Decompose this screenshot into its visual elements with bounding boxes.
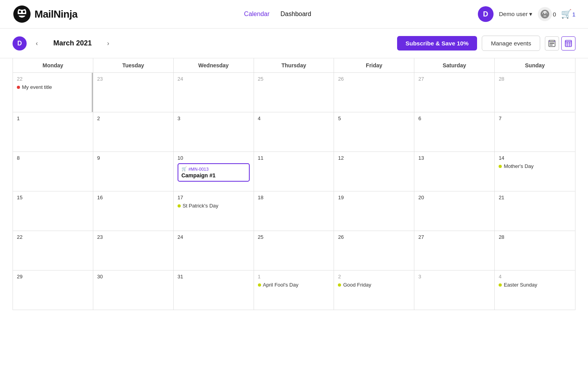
calendar-cell[interactable]: 26 [334, 73, 414, 112]
month-view-button[interactable] [561, 36, 575, 51]
calendar-cell[interactable]: 7 [495, 112, 575, 152]
event-dot [499, 283, 502, 287]
logo[interactable]: MailNinja [13, 5, 78, 23]
user-avatar[interactable]: D [478, 6, 494, 22]
subscribe-button[interactable]: Subscribe & Save 10% [397, 36, 477, 51]
event-item[interactable]: Good Friday [338, 282, 410, 288]
calendar-cell[interactable]: 6 [414, 112, 495, 152]
calendar-cell[interactable]: 22 [13, 231, 93, 270]
calendar-cell[interactable]: 4Easter Sunday [495, 271, 575, 310]
calendar-cell[interactable]: 25 [254, 73, 334, 112]
calendar-cell[interactable]: 24 [174, 73, 254, 112]
calendar-cell[interactable]: 21 [495, 191, 575, 231]
campaign-card[interactable]: 🛒 #MN-0013Campaign #1 [178, 163, 250, 182]
notification-icon-wrapper[interactable]: 0 [538, 7, 556, 21]
calendar-cell[interactable]: 27 [414, 231, 495, 270]
svg-point-2 [19, 11, 21, 13]
logo-text: MailNinja [34, 8, 78, 20]
calendar-grid: MondayTuesdayWednesdayThursdayFridaySatu… [13, 58, 575, 310]
calendar-cell[interactable]: 12 [334, 152, 414, 191]
cell-date: 16 [97, 195, 169, 200]
calendar-cell[interactable]: 19 [334, 191, 414, 231]
calendar-cell[interactable]: 8 [13, 152, 93, 191]
manage-events-button[interactable]: Manage events [482, 36, 540, 51]
calendar-cell[interactable]: 1 [13, 112, 93, 152]
calendar-cell[interactable]: 1April Fool's Day [254, 271, 334, 310]
calendar-cell[interactable]: 3 [174, 112, 254, 152]
calendar-cell[interactable]: 16 [93, 191, 174, 231]
header: MailNinja Calendar Dashboard D Demo user… [0, 0, 588, 29]
calendar-cell[interactable]: 2 [93, 112, 174, 152]
header-icons: 0 🛒 1 [538, 7, 575, 21]
cell-date: 2 [338, 274, 410, 280]
calendar-cell[interactable]: 25 [254, 231, 334, 270]
svg-rect-16 [554, 41, 555, 41]
event-label: St Patrick's Day [183, 203, 218, 209]
week-view-icon [548, 40, 555, 47]
cell-date: 27 [418, 76, 490, 82]
event-label: Easter Sunday [504, 282, 537, 288]
calendar-cell[interactable]: 3 [414, 271, 495, 310]
cell-date: 2 [97, 115, 169, 121]
month-view-icon [565, 40, 572, 47]
calendar-cell[interactable]: 17St Patrick's Day [174, 191, 254, 231]
day-header-friday: Friday [334, 58, 414, 72]
calendar-cell[interactable]: 11 [254, 152, 334, 191]
calendar-cell[interactable]: 2Good Friday [334, 271, 414, 310]
calendar-cell[interactable]: 23 [93, 231, 174, 270]
calendar-cell[interactable]: 18 [254, 191, 334, 231]
calendar-cell[interactable]: 28 [495, 73, 575, 112]
calendar-cell[interactable]: 14Mother's Day [495, 152, 575, 191]
cell-date: 28 [499, 76, 571, 82]
calendar-cell[interactable]: 5 [334, 112, 414, 152]
cell-date: 1 [258, 274, 330, 280]
calendar-cell[interactable]: 23 [93, 73, 174, 112]
nav-calendar[interactable]: Calendar [244, 11, 270, 18]
calendar-cell[interactable]: 10🛒 #MN-0013Campaign #1 [174, 152, 254, 191]
cell-date: 4 [258, 115, 330, 121]
calendar-row: 2930311April Fool's Day2Good Friday34Eas… [13, 271, 575, 310]
cell-date: 15 [17, 195, 89, 200]
calendar-cell[interactable]: 20 [414, 191, 495, 231]
calendar-cell[interactable]: 15 [13, 191, 93, 231]
svg-rect-15 [549, 41, 550, 41]
week-view-button[interactable] [545, 36, 559, 51]
calendar-cell[interactable]: 13 [414, 152, 495, 191]
calendar-cell[interactable]: 31 [174, 271, 254, 310]
calendar-rows: 22My event title23242526272812345678910🛒… [13, 73, 575, 310]
cart-icon-wrapper[interactable]: 🛒 1 [561, 9, 575, 19]
cell-date: 25 [258, 76, 330, 82]
cell-date: 25 [258, 234, 330, 240]
user-label[interactable]: Demo user ▾ [499, 11, 533, 18]
calendar-cell[interactable]: 28 [495, 231, 575, 270]
cell-date: 6 [418, 115, 490, 121]
event-item[interactable]: April Fool's Day [258, 282, 330, 288]
event-item[interactable]: Mother's Day [499, 163, 571, 169]
cart-icon-small: 🛒 [181, 166, 187, 171]
toolbar-left: D ‹ March 2021 › [13, 36, 391, 51]
cell-date: 13 [418, 155, 490, 161]
calendar-cell[interactable]: 26 [334, 231, 414, 270]
header-nav: Calendar Dashboard [244, 11, 311, 18]
toolbar-avatar[interactable]: D [13, 36, 27, 51]
event-item[interactable]: Easter Sunday [499, 282, 571, 288]
event-item[interactable]: St Patrick's Day [178, 203, 250, 209]
event-item[interactable]: My event title [17, 84, 89, 90]
calendar-cell[interactable]: 9 [93, 152, 174, 191]
cell-date: 9 [97, 155, 169, 161]
calendar-cell[interactable]: 29 [13, 271, 93, 310]
cell-date: 21 [499, 195, 571, 200]
day-header-tuesday: Tuesday [93, 58, 174, 72]
event-dot [258, 283, 261, 287]
calendar-cell[interactable]: 4 [254, 112, 334, 152]
nav-dashboard[interactable]: Dashboard [281, 11, 311, 18]
calendar-cell[interactable]: 27 [414, 73, 495, 112]
day-header-monday: Monday [13, 58, 93, 72]
next-month-button[interactable]: › [103, 38, 114, 49]
cell-date: 28 [499, 234, 571, 240]
calendar-container: MondayTuesdayWednesdayThursdayFridaySatu… [0, 58, 588, 323]
calendar-cell[interactable]: 30 [93, 271, 174, 310]
calendar-cell[interactable]: 22My event title [13, 73, 93, 112]
prev-month-button[interactable]: ‹ [31, 38, 42, 49]
calendar-cell[interactable]: 24 [174, 231, 254, 270]
